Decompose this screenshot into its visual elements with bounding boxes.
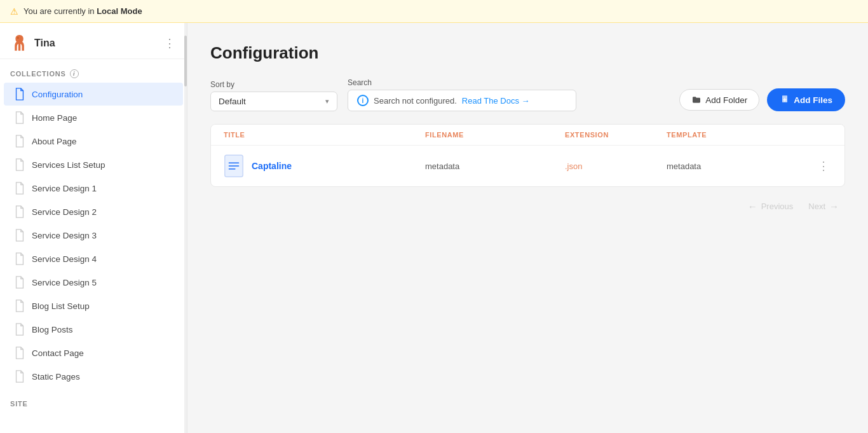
sidebar-item-blog-list-setup[interactable]: Blog List Setup	[4, 294, 183, 317]
sidebar-item-service-design-4[interactable]: Service Design 4	[4, 247, 183, 270]
scrollbar-thumb[interactable]	[184, 36, 187, 86]
doc-icon	[14, 347, 25, 359]
read-docs-link[interactable]: Read The Docs →	[462, 96, 530, 106]
sidebar-item-static-pages[interactable]: Static Pages	[4, 365, 183, 388]
doc-icon	[14, 88, 25, 100]
file-title-cell: Captaline	[224, 155, 425, 177]
sidebar-item-label: Services List Setup	[32, 160, 105, 170]
sidebar-content: COLLECTIONS i ConfigurationHome PageAbou…	[0, 59, 187, 433]
banner-text: You are currently in Local Mode	[24, 6, 142, 16]
add-folder-button[interactable]: Add Folder	[679, 89, 759, 111]
right-arrow-icon: →	[829, 201, 839, 212]
row-actions: ⋮	[806, 158, 832, 174]
search-group: Search i Search not configured. Read The…	[348, 78, 576, 111]
col-title: TITLE	[224, 131, 425, 139]
sidebar-item-label: Service Design 4	[32, 254, 97, 264]
sort-select[interactable]: Default ▾	[210, 92, 337, 111]
add-files-button[interactable]: Add Files	[767, 88, 845, 111]
row-more-button[interactable]: ⋮	[815, 158, 832, 174]
search-not-configured: Search not configured.	[374, 96, 457, 106]
files-table: TITLE FILENAME EXTENSION TEMPLATE Captal…	[210, 124, 845, 187]
folder-icon	[691, 95, 702, 105]
table-row: Captalinemetadata.jsonmetadata⋮	[211, 146, 844, 186]
file-template: metadata	[667, 162, 806, 171]
scrollbar-track	[184, 23, 187, 433]
doc-icon	[14, 158, 25, 171]
sidebar-item-service-design-2[interactable]: Service Design 2	[4, 200, 183, 223]
search-info-icon: i	[357, 95, 369, 106]
sort-group: Sort by Default ▾	[210, 80, 337, 111]
sidebar-item-label: Home Page	[32, 113, 77, 123]
doc-icon	[14, 323, 25, 336]
site-section: SITE	[0, 388, 187, 411]
sort-label: Sort by	[210, 80, 337, 89]
col-template: TEMPLATE	[667, 131, 806, 139]
col-extension: EXTENSION	[565, 131, 667, 139]
local-mode-banner: ⚠ You are currently in Local Mode	[0, 0, 868, 23]
sidebar-item-label: Service Design 3	[32, 231, 97, 240]
chevron-down-icon: ▾	[325, 97, 329, 106]
sidebar-item-label: Static Pages	[32, 372, 80, 381]
content-area: Configuration Sort by Default ▾ Search i…	[187, 23, 868, 433]
sidebar-item-service-design-3[interactable]: Service Design 3	[4, 224, 183, 247]
sidebar-item-label: Service Design 5	[32, 278, 97, 287]
sidebar-item-about-page[interactable]: About Page	[4, 130, 183, 153]
doc-icon	[14, 229, 25, 242]
doc-icon	[14, 135, 25, 148]
doc-icon	[14, 370, 25, 383]
sidebar: Tina ⋮ COLLECTIONS i ConfigurationHome P…	[0, 23, 187, 433]
collections-info-icon[interactable]: i	[70, 69, 79, 78]
app-name: Tina	[34, 38, 55, 49]
left-arrow-icon: ←	[748, 201, 757, 212]
col-filename: FILENAME	[425, 131, 565, 139]
pagination: ← Previous Next →	[210, 187, 845, 218]
doc-icon	[14, 205, 25, 218]
sidebar-item-label: About Page	[32, 137, 77, 146]
doc-icon	[14, 299, 25, 312]
logo-icon	[10, 34, 28, 52]
page-title: Configuration	[210, 43, 845, 63]
sidebar-item-services-list-setup[interactable]: Services List Setup	[4, 153, 183, 176]
next-button[interactable]: Next →	[802, 197, 845, 216]
sidebar-menu-icon[interactable]: ⋮	[164, 36, 177, 50]
doc-icon	[14, 276, 25, 289]
doc-icon	[14, 252, 25, 265]
add-files-icon	[780, 95, 790, 105]
file-filename: metadata	[425, 162, 565, 171]
previous-button[interactable]: ← Previous	[742, 197, 800, 216]
sidebar-item-label: Blog List Setup	[32, 301, 90, 311]
sidebar-item-label: Configuration	[32, 90, 83, 99]
sidebar-item-blog-posts[interactable]: Blog Posts	[4, 318, 183, 341]
sidebar-header: Tina ⋮	[0, 23, 187, 59]
collections-section-title: COLLECTIONS i	[0, 59, 187, 82]
site-section-title: SITE	[0, 394, 187, 411]
warning-icon: ⚠	[10, 6, 18, 17]
toolbar-actions: Add Folder Add Files	[679, 88, 845, 111]
sort-value: Default	[219, 97, 246, 106]
table-header: TITLE FILENAME EXTENSION TEMPLATE	[211, 125, 844, 146]
sidebar-item-label: Service Design 2	[32, 207, 97, 217]
toolbar: Sort by Default ▾ Search i Search not co…	[210, 78, 845, 111]
sidebar-item-configuration[interactable]: Configuration	[4, 83, 183, 106]
doc-icon	[14, 111, 25, 124]
svg-point-0	[17, 37, 18, 39]
sidebar-item-contact-page[interactable]: Contact Page	[4, 341, 183, 364]
sidebar-item-label: Blog Posts	[32, 325, 73, 334]
search-box: i Search not configured. Read The Docs →	[348, 90, 576, 111]
file-icon	[224, 155, 244, 177]
file-extension: .json	[565, 162, 667, 171]
sidebar-item-service-design-5[interactable]: Service Design 5	[4, 271, 183, 294]
sidebar-item-label: Contact Page	[32, 348, 84, 358]
sidebar-item-label: Service Design 1	[32, 184, 97, 193]
sidebar-item-home-page[interactable]: Home Page	[4, 106, 183, 129]
doc-icon	[14, 182, 25, 195]
search-label: Search	[348, 78, 576, 87]
sidebar-item-service-design-1[interactable]: Service Design 1	[4, 177, 183, 200]
file-title[interactable]: Captaline	[252, 161, 292, 171]
